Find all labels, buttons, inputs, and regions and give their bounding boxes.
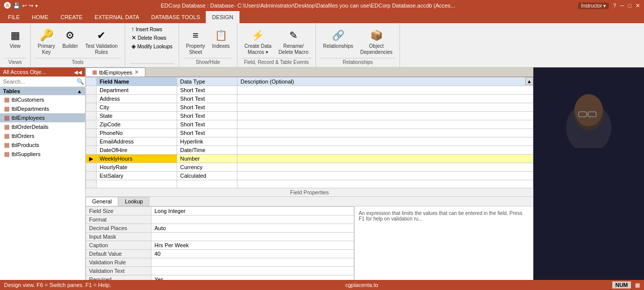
close-btn[interactable]: ✕ bbox=[635, 3, 640, 9]
table-row[interactable]: Department Short Text bbox=[86, 86, 533, 95]
prop-tab-general[interactable]: General bbox=[86, 197, 118, 206]
prop-value[interactable]: Long Integer bbox=[151, 207, 354, 215]
data-type-cell[interactable]: Number bbox=[177, 155, 237, 163]
data-type-cell[interactable]: Date/Time bbox=[177, 146, 237, 155]
nav-pane-collapse-icon[interactable]: ◀◀ bbox=[74, 69, 82, 75]
tab-design[interactable]: DESIGN bbox=[206, 11, 239, 23]
prop-value[interactable] bbox=[151, 258, 354, 267]
doc-tab-close-icon[interactable]: ✕ bbox=[134, 69, 139, 76]
table-row[interactable]: City Short Text bbox=[86, 103, 533, 112]
rename-delete-macro-btn[interactable]: ✎ Rename/Delete Macro bbox=[276, 25, 311, 57]
field-name-cell[interactable]: EstSalary bbox=[97, 172, 177, 180]
data-type-cell[interactable]: Short Text bbox=[177, 86, 237, 95]
nav-item-tblSuppliers[interactable]: ▦ tblSuppliers bbox=[0, 150, 85, 159]
description-cell[interactable] bbox=[237, 120, 533, 129]
prop-value[interactable]: Hrs Per Week bbox=[151, 241, 354, 250]
nav-item-tblEmployees[interactable]: ▦ tblEmployees bbox=[0, 113, 85, 122]
data-type-cell[interactable]: Short Text bbox=[177, 120, 237, 129]
field-name-cell[interactable]: PhoneNo bbox=[97, 129, 177, 137]
description-cell[interactable] bbox=[237, 95, 533, 103]
minimize-btn[interactable]: ─ bbox=[620, 3, 624, 9]
prop-value[interactable]: Yes bbox=[151, 275, 354, 280]
delete-rows-btn[interactable]: ✕ Delete Rows bbox=[129, 34, 169, 42]
data-type-cell[interactable]: Short Text bbox=[177, 129, 237, 137]
quick-save[interactable]: 💾 bbox=[13, 3, 20, 9]
prop-value[interactable] bbox=[151, 233, 354, 241]
data-type-cell[interactable]: Calculated bbox=[177, 172, 237, 180]
field-name-cell[interactable]: WeeklyHours bbox=[97, 155, 177, 163]
description-cell[interactable] bbox=[237, 180, 533, 188]
maximize-btn[interactable]: □ bbox=[628, 3, 631, 9]
description-cell[interactable] bbox=[237, 103, 533, 112]
table-row[interactable] bbox=[86, 180, 533, 188]
description-cell[interactable] bbox=[237, 112, 533, 120]
prop-value[interactable]: 40 bbox=[151, 250, 354, 258]
relationships-btn[interactable]: 🔗 Relationships bbox=[320, 25, 356, 51]
nav-item-tblProducts[interactable]: ▦ tblProducts bbox=[0, 140, 85, 150]
field-name-cell[interactable]: DateOfHire bbox=[97, 146, 177, 155]
doc-tab-employees[interactable]: ▦ tblEmployees ✕ bbox=[86, 67, 145, 77]
field-name-cell[interactable]: HourlyRate bbox=[97, 163, 177, 172]
tab-create[interactable]: CREATE bbox=[54, 11, 89, 23]
data-type-cell[interactable]: Hyperlink bbox=[177, 137, 237, 146]
nav-item-tblOrderDetails[interactable]: ▦ tblOrderDetails bbox=[0, 122, 85, 131]
quick-redo[interactable]: ↪ bbox=[29, 3, 33, 9]
table-row[interactable]: State Short Text bbox=[86, 112, 533, 120]
nav-pane-header[interactable]: All Access Obje... ◀◀ bbox=[0, 67, 85, 77]
field-name-cell[interactable]: ZipCode bbox=[97, 120, 177, 129]
field-name-cell[interactable]: Department bbox=[97, 86, 177, 95]
field-name-cell[interactable] bbox=[97, 180, 177, 188]
table-row[interactable]: HourlyRate Currency bbox=[86, 163, 533, 172]
tab-external-data[interactable]: EXTERNAL DATA bbox=[89, 11, 145, 23]
data-type-cell[interactable]: Short Text bbox=[177, 95, 237, 103]
quick-undo[interactable]: ↩ bbox=[22, 3, 27, 9]
help-btn[interactable]: ? bbox=[613, 3, 616, 9]
builder-btn[interactable]: ⚙ Builder bbox=[59, 25, 81, 51]
modify-lookups-btn[interactable]: ◈ Modify Lookups bbox=[129, 42, 175, 50]
object-dependencies-btn[interactable]: 📦 ObjectDependencies bbox=[357, 25, 395, 57]
field-name-cell[interactable]: State bbox=[97, 112, 177, 120]
prop-value[interactable] bbox=[151, 215, 354, 224]
table-row[interactable]: DateOfHire Date/Time bbox=[86, 146, 533, 155]
description-cell[interactable] bbox=[237, 86, 533, 95]
data-type-cell[interactable]: Currency bbox=[177, 163, 237, 172]
description-cell[interactable] bbox=[237, 146, 533, 155]
description-cell[interactable] bbox=[237, 137, 533, 146]
field-name-cell[interactable]: City bbox=[97, 103, 177, 112]
primary-key-btn[interactable]: 🔑 PrimaryKey bbox=[35, 25, 58, 57]
description-cell[interactable] bbox=[237, 129, 533, 137]
search-input[interactable] bbox=[1, 78, 76, 86]
nav-item-tblCustomers[interactable]: ▦ tblCustomers bbox=[0, 95, 85, 104]
field-name-cell[interactable]: EmailAddress bbox=[97, 137, 177, 146]
table-row[interactable]: ZipCode Short Text bbox=[86, 120, 533, 129]
data-type-cell[interactable] bbox=[177, 180, 237, 188]
prop-value[interactable] bbox=[151, 267, 354, 275]
table-row[interactable]: EmailAddress Hyperlink bbox=[86, 137, 533, 146]
indexes-btn[interactable]: 📋 Indexes bbox=[209, 25, 233, 51]
test-validation-btn[interactable]: ✔ Test ValidationRules bbox=[82, 25, 120, 57]
nav-category-collapse-icon[interactable]: ▲ bbox=[77, 89, 82, 94]
instructor-badge[interactable]: Instructor ▾ bbox=[578, 3, 609, 9]
tab-home[interactable]: HOME bbox=[26, 11, 54, 23]
scroll-up-btn[interactable]: ▲ bbox=[525, 77, 533, 85]
description-cell[interactable] bbox=[237, 163, 533, 172]
description-cell[interactable] bbox=[237, 172, 533, 180]
view-btn[interactable]: ▦ View bbox=[4, 25, 26, 51]
insert-rows-btn[interactable]: ↑ Insert Rows bbox=[129, 25, 165, 33]
tab-file[interactable]: FILE bbox=[2, 11, 26, 23]
data-type-cell[interactable]: Short Text bbox=[177, 112, 237, 120]
create-data-macros-btn[interactable]: ⚡ Create DataMacros ▾ bbox=[242, 25, 275, 57]
nav-item-tblOrders[interactable]: ▦ tblOrders bbox=[0, 131, 85, 140]
table-row[interactable]: EstSalary Calculated bbox=[86, 172, 533, 180]
nav-item-tblDepartments[interactable]: ▦ tblDepartments bbox=[0, 104, 85, 113]
tab-database-tools[interactable]: DATABASE TOOLS bbox=[145, 11, 206, 23]
property-sheet-btn[interactable]: ≡ PropertySheet bbox=[183, 25, 208, 57]
table-row[interactable]: PhoneNo Short Text bbox=[86, 129, 533, 137]
description-cell[interactable] bbox=[237, 155, 533, 163]
search-icon[interactable]: 🔍 bbox=[76, 78, 84, 85]
prop-tab-lookup[interactable]: Lookup bbox=[118, 197, 149, 206]
table-row[interactable]: ▶ WeeklyHours Number bbox=[86, 155, 533, 163]
table-row[interactable]: Address Short Text bbox=[86, 95, 533, 103]
prop-value[interactable]: Auto bbox=[151, 224, 354, 233]
field-name-cell[interactable]: Address bbox=[97, 95, 177, 103]
